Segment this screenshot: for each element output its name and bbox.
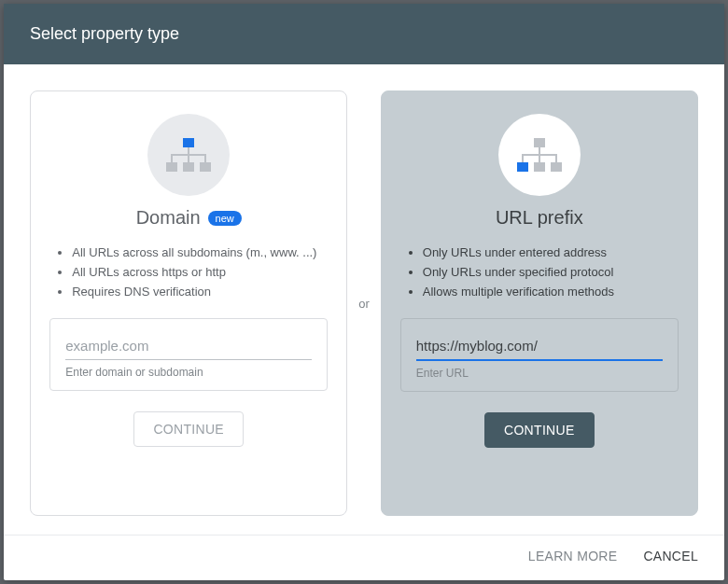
list-item: All URLs across all subdomains (m., www.… [72,243,328,263]
url-input-wrap: Enter URL [400,318,679,392]
url-continue-button[interactable]: CONTINUE [484,412,595,448]
modal-body: Domain new All URLs across all subdomain… [4,64,724,535]
learn-more-button[interactable]: LEARN MORE [528,549,618,563]
sitemap-icon [166,138,211,172]
list-item: Only URLs under entered address [423,243,679,263]
url-card-title: URL prefix [496,207,583,229]
new-badge: new [208,211,242,226]
or-divider: or [358,297,370,311]
sitemap-icon [517,138,562,172]
list-item: All URLs across https or http [72,263,328,283]
url-prefix-card[interactable]: URL prefix Only URLs under entered addre… [381,90,698,516]
list-item: Requires DNS verification [72,283,328,302]
url-icon-circle [498,114,581,196]
cancel-button[interactable]: CANCEL [643,549,698,563]
domain-input-hint: Enter domain or subdomain [65,366,312,379]
domain-input[interactable] [65,334,312,360]
modal-header: Select property type [4,4,724,64]
url-title-text: URL prefix [496,207,583,229]
list-item: Only URLs under specified protocol [423,263,679,283]
select-property-modal: Select property type Domain new All URLs… [4,4,724,580]
url-input[interactable] [416,334,663,361]
domain-card-title: Domain new [136,207,242,229]
url-bullets: Only URLs under entered address Only URL… [400,243,679,301]
domain-input-wrap: Enter domain or subdomain [49,318,328,391]
modal-title: Select property type [30,24,179,43]
url-input-hint: Enter URL [416,367,663,380]
domain-bullets: All URLs across all subdomains (m., www.… [49,243,328,301]
domain-card[interactable]: Domain new All URLs across all subdomain… [30,90,347,516]
domain-icon-circle [147,114,230,196]
list-item: Allows multiple verification methods [423,283,679,302]
modal-footer: LEARN MORE CANCEL [4,535,724,580]
domain-continue-button[interactable]: CONTINUE [133,411,244,447]
domain-title-text: Domain [136,207,201,229]
